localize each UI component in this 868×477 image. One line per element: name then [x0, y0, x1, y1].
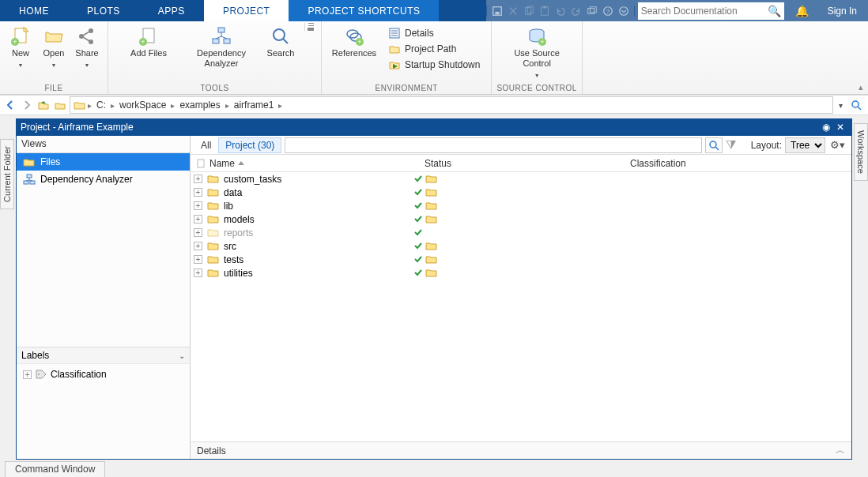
paste-icon[interactable] — [539, 6, 550, 17]
expand-icon[interactable]: + — [194, 175, 202, 183]
panel-title-text: Project - Airframe Example — [21, 122, 134, 133]
file-name: tests — [224, 254, 243, 265]
addons-icon[interactable] — [618, 6, 629, 17]
table-row[interactable]: +reports — [191, 226, 851, 239]
filter-project[interactable]: Project (30) — [218, 137, 281, 153]
ribbon-group-environment: + References Details Project Path Startu… — [322, 21, 492, 94]
nav-back-icon[interactable] — [3, 98, 17, 112]
breadcrumb-segment[interactable]: C: — [93, 100, 109, 111]
address-search-icon[interactable] — [847, 97, 865, 113]
dependency-analyzer-button[interactable]: Dependency Analyzer — [186, 23, 257, 69]
command-window-tab[interactable]: Command Window — [5, 461, 105, 477]
table-row[interactable]: +tests — [191, 253, 851, 266]
table-row[interactable]: +models — [191, 212, 851, 226]
notifications-icon[interactable]: 🔔 — [787, 5, 817, 17]
folder-icon — [207, 254, 220, 265]
search-button[interactable]: Search — [259, 23, 303, 58]
col-status[interactable]: Status — [420, 158, 625, 169]
view-files[interactable]: Files — [17, 153, 190, 171]
open-button[interactable]: Open▼ — [38, 23, 70, 70]
tab-plots[interactable]: PLOTS — [68, 0, 139, 21]
table-row[interactable]: +data — [191, 186, 851, 199]
breadcrumb[interactable]: ▸ C:▸workSpace▸examples▸airframe1▸ — [70, 96, 833, 114]
share-button[interactable]: Share▼ — [71, 23, 103, 70]
expand-icon[interactable]: + — [194, 228, 202, 237]
table-row[interactable]: +custom_tasks — [191, 172, 851, 186]
save-icon[interactable] — [492, 6, 503, 17]
breadcrumb-segment[interactable]: examples — [176, 100, 223, 111]
signin-link[interactable]: Sign In — [817, 6, 868, 17]
ribbon-group-label: SOURCE CONTROL — [496, 81, 576, 94]
tab-home[interactable]: HOME — [0, 0, 68, 21]
undo-icon[interactable] — [555, 6, 566, 17]
help-icon[interactable]: ? — [602, 6, 613, 17]
label-classification[interactable]: + Classification — [23, 369, 183, 380]
view-dependency-analyzer[interactable]: Dependency Analyzer — [17, 171, 190, 188]
panel-close-icon[interactable]: ✕ — [833, 122, 847, 133]
views-sidebar: Views Files Dependency Analyzer Labels ⌄… — [17, 136, 191, 459]
labels-header[interactable]: Labels ⌄ — [17, 347, 190, 364]
browse-folder-icon[interactable] — [53, 98, 67, 112]
details-button[interactable]: Details — [387, 26, 486, 40]
project-path-button[interactable]: Project Path — [387, 42, 486, 56]
svg-point-14 — [79, 34, 84, 39]
collapse-ribbon-icon[interactable]: ▴ — [859, 82, 863, 92]
address-dropdown-icon[interactable]: ▾ — [836, 101, 846, 110]
expand-icon[interactable]: + — [194, 242, 202, 250]
file-icon — [195, 158, 206, 169]
chevron-down-icon: ⌄ — [179, 351, 185, 360]
expand-icon[interactable]: + — [194, 201, 202, 210]
filter-icon[interactable]: ⧩ — [723, 138, 740, 152]
expand-icon[interactable]: + — [194, 188, 202, 197]
workspace-tab[interactable]: Workspace — [854, 123, 868, 181]
folder-icon — [207, 174, 220, 184]
gear-icon[interactable]: ⚙▾ — [830, 139, 845, 151]
svg-point-10 — [619, 6, 628, 15]
tools-gallery-expand[interactable] — [304, 23, 316, 31]
redo-icon[interactable] — [571, 6, 582, 17]
filter-bar: All Project (30) ⧩ Layout: Tree ⚙▾ — [191, 136, 851, 155]
file-search-button[interactable] — [705, 137, 723, 153]
expand-icon[interactable]: + — [194, 269, 202, 277]
panel-dock-icon[interactable]: ◉ — [819, 122, 833, 133]
file-name: custom_tasks — [224, 174, 281, 185]
tab-project[interactable]: PROJECT — [204, 0, 289, 21]
add-files-button[interactable]: + Add Files — [113, 23, 184, 58]
table-row[interactable]: +src — [191, 239, 851, 253]
startup-icon — [388, 58, 401, 71]
expand-icon[interactable]: + — [194, 215, 202, 223]
table-row[interactable]: +utilities — [191, 266, 851, 280]
chevron-up-icon: ︿ — [836, 444, 845, 457]
nav-forward-icon[interactable] — [20, 98, 34, 112]
breadcrumb-segment[interactable]: airframe1 — [231, 100, 277, 111]
use-source-control-button[interactable]: + Use Source Control▼ — [499, 23, 575, 81]
startup-shutdown-button[interactable]: Startup Shutdown — [387, 58, 486, 72]
expand-icon[interactable]: + — [194, 255, 202, 264]
tag-icon — [35, 369, 47, 380]
status-cell — [414, 214, 620, 224]
new-button[interactable]: + New▼ — [5, 23, 36, 70]
details-bar[interactable]: Details ︿ — [191, 441, 851, 459]
share-icon — [77, 26, 97, 47]
col-classification[interactable]: Classification — [625, 158, 851, 169]
references-button[interactable]: + References — [326, 23, 382, 58]
table-row[interactable]: +lib — [191, 199, 851, 212]
magnifier-icon — [270, 26, 291, 47]
tab-project-shortcuts[interactable]: PROJECT SHORTCUTS — [289, 0, 439, 21]
cut-icon[interactable] — [508, 6, 519, 17]
address-bar: ▸ C:▸workSpace▸examples▸airframe1▸ ▾ — [0, 95, 868, 115]
doc-search-input[interactable] — [641, 6, 768, 17]
search-icon[interactable]: 🔍 — [768, 5, 781, 17]
tab-apps[interactable]: APPS — [139, 0, 204, 21]
doc-search[interactable]: 🔍 — [638, 2, 784, 20]
filter-all[interactable]: All — [194, 137, 218, 153]
up-folder-icon[interactable] — [36, 98, 51, 112]
col-name[interactable]: Name — [191, 158, 420, 169]
switch-windows-icon[interactable] — [587, 6, 598, 17]
file-search-input[interactable] — [285, 137, 701, 153]
layout-select[interactable]: Tree — [785, 137, 825, 153]
breadcrumb-segment[interactable]: workSpace — [116, 100, 169, 111]
open-folder-icon — [43, 26, 64, 47]
copy-icon[interactable] — [523, 6, 534, 17]
current-folder-tab[interactable]: Current Folder — [0, 139, 14, 209]
